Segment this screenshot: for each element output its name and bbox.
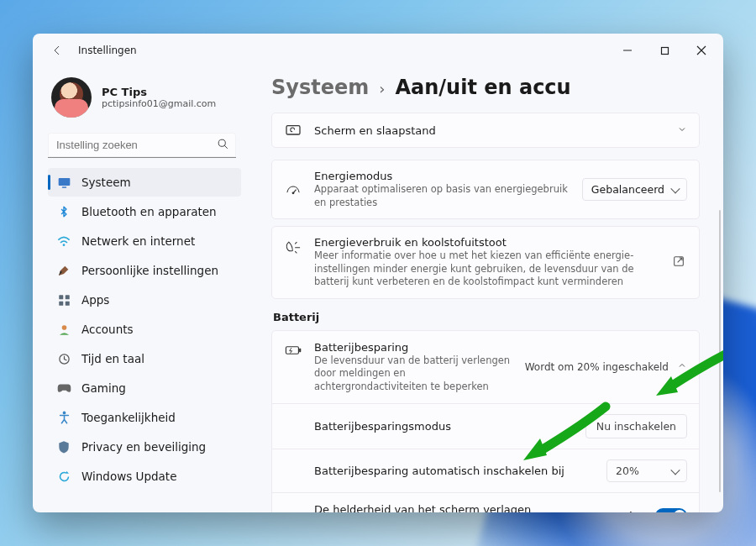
sidebar-item-label: Tijd en taal: [81, 352, 144, 365]
gaming-icon: [56, 381, 71, 396]
sidebar: PC Tips pctipsinfo01@gmail.com Systeem B…: [33, 67, 251, 512]
breadcrumb-parent[interactable]: Systeem: [271, 76, 369, 99]
page-title: Aan/uit en accu: [395, 76, 570, 99]
power-mode-icon: [284, 184, 302, 197]
sidebar-item-label: Systeem: [81, 176, 131, 189]
sidebar-item-label: Netwerk en internet: [81, 234, 195, 248]
row-title: De helderheid van het scherm verlagen wa…: [314, 503, 575, 512]
accessibility-icon: [56, 410, 71, 425]
nav: Systeem Bluetooth en apparaten Netwerk e…: [48, 168, 241, 491]
breadcrumb: Systeem › Aan/uit en accu: [271, 76, 700, 99]
svg-point-6: [63, 244, 66, 246]
chevron-right-icon: ›: [379, 80, 385, 97]
row-battery-saver[interactable]: Batterijbesparing De levensduur van de b…: [272, 331, 699, 404]
battery-group: Batterij Batterijbesparing De levensduur…: [271, 311, 700, 512]
search-input[interactable]: [48, 133, 236, 158]
sidebar-item-bluetooth[interactable]: Bluetooth en apparaten: [48, 197, 241, 226]
svg-rect-19: [299, 348, 301, 351]
svg-rect-14: [286, 126, 300, 134]
maximize-button[interactable]: [646, 38, 683, 63]
sidebar-item-system[interactable]: Systeem: [48, 168, 241, 197]
profile[interactable]: PC Tips pctipsinfo01@gmail.com: [48, 72, 241, 129]
open-link-icon[interactable]: [672, 255, 687, 270]
svg-line-16: [293, 189, 297, 192]
sidebar-item-accounts[interactable]: Accounts: [48, 315, 241, 344]
privacy-icon: [56, 439, 71, 454]
main-content: Systeem › Aan/uit en accu Scherm en slaa…: [251, 67, 723, 512]
back-button[interactable]: [48, 41, 66, 60]
settings-window: Instellingen PC Tips pctipsinfo01@gmail.…: [33, 34, 723, 512]
sidebar-item-update[interactable]: Windows Update: [48, 462, 241, 491]
sidebar-item-label: Gaming: [81, 381, 126, 395]
svg-line-3: [224, 145, 227, 148]
sidebar-item-time[interactable]: Tijd en taal: [48, 344, 241, 373]
apps-icon: [56, 292, 71, 307]
avatar: [51, 77, 92, 118]
svg-rect-10: [65, 301, 69, 305]
network-icon: [56, 234, 71, 249]
svg-rect-1: [661, 47, 668, 54]
scrollbar[interactable]: [719, 210, 721, 492]
sidebar-item-label: Persoonlijke instellingen: [81, 264, 218, 277]
row-saver-mode: Batterijbesparingsmodus Nu inschakelen: [272, 403, 699, 449]
system-icon: [56, 175, 71, 190]
sidebar-item-label: Bluetooth en apparaten: [81, 205, 217, 218]
toggle-state-label: Aan: [627, 510, 647, 512]
update-icon: [56, 469, 71, 484]
battery-saver-status: Wordt om 20% ingeschakeld: [525, 361, 669, 373]
sidebar-item-label: Privacy en beveiliging: [81, 440, 206, 454]
row-lower-brightness: De helderheid van het scherm verlagen wa…: [272, 492, 699, 512]
row-title: Batterijbesparing automatisch inschakele…: [314, 465, 595, 477]
card-energy-info[interactable]: Energieverbruik en koolstofuitstoot Meer…: [271, 226, 700, 299]
close-button[interactable]: [683, 38, 720, 63]
svg-rect-9: [59, 301, 63, 305]
time-icon: [56, 351, 71, 366]
card-desc: Apparaat optimaliseren op basis van ener…: [314, 183, 570, 209]
search-icon: [217, 138, 229, 153]
svg-rect-7: [59, 295, 63, 299]
sidebar-item-label: Windows Update: [81, 470, 176, 483]
screen-sleep-icon: [284, 124, 302, 138]
row-title: Batterijbesparing: [314, 341, 513, 354]
energy-info-icon: [284, 239, 302, 255]
sidebar-item-network[interactable]: Netwerk en internet: [48, 227, 241, 255]
svg-rect-4: [58, 178, 70, 186]
accounts-icon: [56, 322, 71, 337]
profile-email: pctipsinfo01@gmail.com: [102, 98, 216, 109]
bluetooth-icon: [56, 204, 71, 219]
row-auto-enable: Batterijbesparing automatisch inschakele…: [272, 449, 699, 492]
sidebar-item-accessibility[interactable]: Toegankelijkheid: [48, 403, 241, 432]
svg-point-11: [61, 325, 66, 330]
card-screen-sleep[interactable]: Scherm en slaapstand: [271, 113, 700, 148]
lower-brightness-toggle[interactable]: [655, 508, 687, 512]
battery-header: Batterij: [273, 311, 698, 323]
row-desc: De levensduur van de batterij verlengen …: [314, 354, 513, 394]
svg-rect-5: [61, 186, 66, 187]
card-title: Energieverbruik en koolstofuitstoot: [314, 236, 660, 249]
card-title: Scherm en slaapstand: [314, 124, 665, 137]
svg-rect-18: [286, 346, 298, 354]
profile-name: PC Tips: [102, 86, 216, 98]
sidebar-item-label: Toegankelijkheid: [81, 411, 176, 424]
window-title: Instellingen: [78, 45, 137, 56]
auto-enable-select[interactable]: 20%: [606, 459, 687, 482]
search: [48, 133, 236, 158]
svg-point-13: [62, 412, 66, 415]
card-desc: Meer informatie over hoe u met het kieze…: [314, 249, 642, 289]
card-title: Energiemodus: [314, 170, 570, 182]
sidebar-item-personalization[interactable]: Persoonlijke instellingen: [48, 256, 241, 285]
chevron-up-icon: [677, 360, 687, 373]
svg-rect-8: [65, 295, 69, 299]
titlebar: Instellingen: [33, 34, 723, 67]
personalization-icon: [56, 263, 71, 278]
card-power-mode[interactable]: Energiemodus Apparaat optimaliseren op b…: [271, 160, 700, 219]
sidebar-item-privacy[interactable]: Privacy en beveiliging: [48, 433, 241, 461]
minimize-button[interactable]: [609, 38, 646, 63]
power-mode-select[interactable]: Gebalanceerd: [582, 178, 687, 201]
sidebar-item-apps[interactable]: Apps: [48, 286, 241, 314]
sidebar-item-gaming[interactable]: Gaming: [48, 374, 241, 402]
chevron-down-icon: [677, 124, 687, 137]
battery-saver-icon: [284, 344, 302, 356]
row-title: Batterijbesparingsmodus: [314, 420, 574, 433]
enable-now-button[interactable]: Nu inschakelen: [585, 414, 687, 438]
